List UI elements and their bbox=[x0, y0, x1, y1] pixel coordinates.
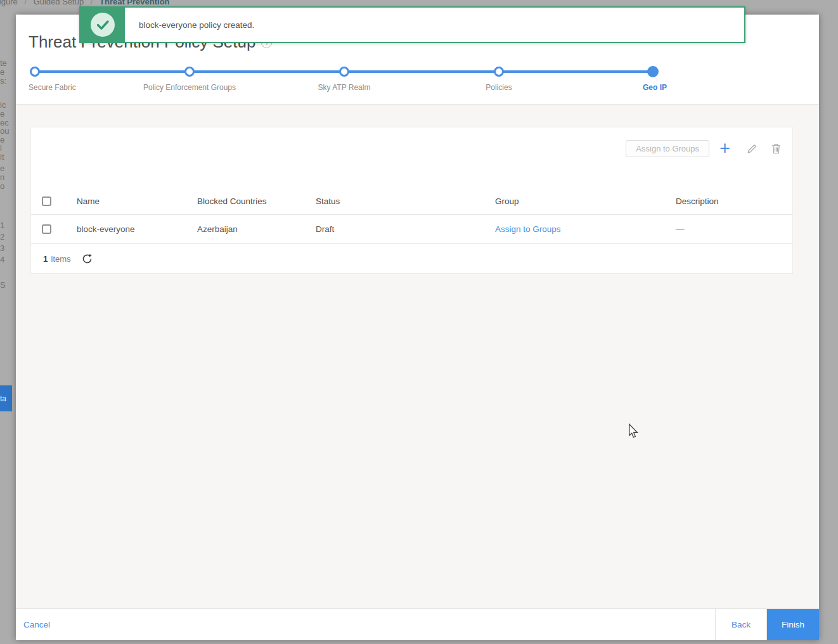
bg-text-fragment: ou bbox=[0, 126, 9, 136]
mouse-cursor bbox=[628, 423, 639, 441]
step-label-geo-ip[interactable]: Geo IP bbox=[643, 83, 667, 92]
bg-text-fragment: te bbox=[0, 58, 7, 68]
step-dot-geo-ip[interactable] bbox=[647, 66, 659, 77]
bg-text-fragment: e bbox=[0, 109, 4, 119]
items-label: items bbox=[51, 254, 71, 264]
background-button-fragment: ta bbox=[0, 385, 12, 411]
select-all-checkbox[interactable] bbox=[42, 196, 51, 206]
table-header-row: Name Blocked Countries Status Group Desc… bbox=[31, 188, 792, 215]
table-toolbar: Assign to Groups + bbox=[626, 139, 782, 158]
success-toast: block-everyone policy created. bbox=[79, 6, 745, 43]
toast-icon-block bbox=[81, 8, 125, 42]
step-label-secure-fabric[interactable]: Secure Fabric bbox=[29, 83, 76, 92]
assign-to-groups-button[interactable]: Assign to Groups bbox=[626, 140, 709, 157]
toast-message: block-everyone policy created. bbox=[139, 20, 254, 30]
footer-buttons: Back Finish bbox=[715, 609, 819, 640]
back-button[interactable]: Back bbox=[715, 609, 767, 640]
column-header-status[interactable]: Status bbox=[316, 196, 495, 206]
bg-button-label-fragment: ta bbox=[0, 394, 6, 403]
breadcrumb-item: Guided Setup bbox=[34, 0, 84, 6]
wizard-panel: Threat Prevention Policy Setupi Secure F… bbox=[16, 15, 819, 640]
bg-text-fragment: ic bbox=[0, 100, 6, 110]
table-row[interactable]: block-everyone Azerbaijan Draft Assign t… bbox=[31, 215, 792, 244]
breadcrumb-item-current: Threat Prevention bbox=[100, 0, 170, 6]
add-icon[interactable]: + bbox=[719, 140, 730, 157]
bg-text-fragment: S bbox=[0, 280, 6, 290]
column-header-name[interactable]: Name bbox=[77, 196, 197, 206]
step-label-sky-atp-realm[interactable]: Sky ATP Realm bbox=[318, 83, 371, 92]
check-circle-icon bbox=[91, 13, 115, 37]
cell-description: — bbox=[676, 224, 685, 234]
edit-icon[interactable] bbox=[747, 143, 757, 154]
step-label-policy-enforcement-groups[interactable]: Policy Enforcement Groups bbox=[143, 83, 236, 92]
column-header-description[interactable]: Description bbox=[676, 196, 792, 206]
bg-text-fragment: o bbox=[0, 181, 4, 191]
column-header-blocked-countries[interactable]: Blocked Countries bbox=[197, 196, 316, 206]
step-dot-secure-fabric[interactable] bbox=[30, 67, 40, 77]
bg-text-fragment: 1 bbox=[0, 221, 4, 230]
table-summary-bar: 1 items bbox=[31, 244, 792, 274]
finish-button[interactable]: Finish bbox=[767, 609, 819, 640]
bg-text-fragment: e bbox=[0, 67, 4, 77]
row-checkbox[interactable] bbox=[42, 224, 51, 234]
bg-text-fragment: s: bbox=[0, 76, 6, 86]
background-page-fragments: te e s: ic e ec ou e i it e n o 1 2 3 4 … bbox=[0, 0, 16, 644]
step-dot-policy-enforcement-groups[interactable] bbox=[184, 67, 195, 77]
refresh-icon[interactable] bbox=[82, 254, 93, 264]
bg-text-fragment: it bbox=[0, 152, 4, 162]
bg-text-fragment: 2 bbox=[0, 232, 4, 242]
breadcrumb-separator: / bbox=[24, 0, 27, 6]
bg-text-fragment: 4 bbox=[0, 255, 4, 264]
cancel-button[interactable]: Cancel bbox=[23, 620, 50, 629]
column-header-group[interactable]: Group bbox=[495, 196, 676, 206]
assign-to-groups-link[interactable]: Assign to Groups bbox=[495, 224, 561, 234]
cell-status: Draft bbox=[316, 224, 495, 234]
breadcrumb: nfigure / Guided Setup / Threat Preventi… bbox=[0, 0, 170, 6]
bg-text-fragment: e bbox=[0, 164, 4, 173]
cell-blocked-countries: Azerbaijan bbox=[197, 224, 316, 234]
wizard-content: Assign to Groups + Name Blocked Countrie… bbox=[16, 105, 819, 609]
step-dot-sky-atp-realm[interactable] bbox=[339, 67, 349, 77]
items-count: 1 bbox=[43, 254, 48, 264]
step-dot-policies[interactable] bbox=[494, 67, 504, 77]
cell-policy-name: block-everyone bbox=[77, 224, 197, 234]
wizard-stepper: Secure Fabric Policy Enforcement Groups … bbox=[16, 63, 819, 101]
bg-text-fragment: i bbox=[0, 143, 2, 153]
delete-icon[interactable] bbox=[771, 143, 781, 154]
bg-text-fragment: n bbox=[0, 172, 4, 182]
step-label-policies[interactable]: Policies bbox=[486, 83, 512, 92]
breadcrumb-separator: / bbox=[91, 0, 93, 6]
geo-ip-policies-card: Assign to Groups + Name Blocked Countrie… bbox=[30, 127, 793, 274]
bg-text-fragment: 3 bbox=[0, 243, 4, 253]
wizard-footer: Cancel Back Finish bbox=[16, 609, 819, 640]
